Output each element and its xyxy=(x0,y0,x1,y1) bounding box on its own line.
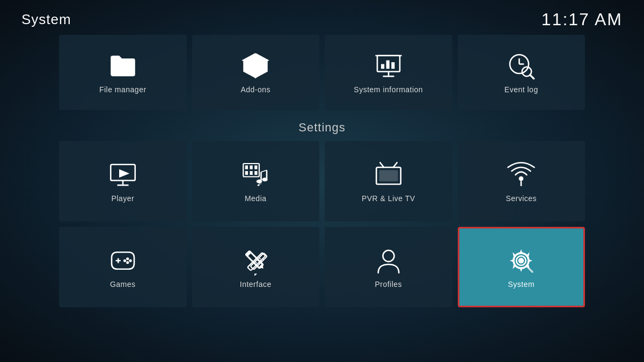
settings-grid: Player ♪ xyxy=(59,141,585,307)
box-icon xyxy=(240,51,270,81)
tile-games-label: Games xyxy=(110,280,136,289)
tile-event-log[interactable]: Event log xyxy=(458,35,586,110)
svg-point-30 xyxy=(262,178,268,181)
svg-rect-22 xyxy=(255,166,258,169)
svg-rect-8 xyxy=(391,62,394,69)
clock: 11:17 AM xyxy=(541,10,623,29)
svg-rect-21 xyxy=(250,166,253,169)
settings-section: Settings Player xyxy=(59,121,585,307)
svg-rect-24 xyxy=(250,171,253,175)
media-icon: ♪ xyxy=(240,160,270,190)
tile-event-log-label: Event log xyxy=(504,85,538,94)
svg-line-31 xyxy=(261,170,267,172)
clock-search-icon xyxy=(506,51,536,81)
svg-point-59 xyxy=(383,250,394,262)
svg-rect-23 xyxy=(245,171,248,175)
svg-rect-20 xyxy=(245,166,248,169)
tile-file-manager-label: File manager xyxy=(99,85,147,94)
tile-media-label: Media xyxy=(245,194,267,203)
svg-rect-6 xyxy=(381,64,384,69)
tile-system-label: System xyxy=(508,280,535,289)
tv-icon xyxy=(374,160,404,190)
gamepad-icon xyxy=(108,246,138,276)
tile-services[interactable]: Services xyxy=(458,141,586,221)
chart-icon xyxy=(374,51,404,81)
svg-point-41 xyxy=(129,259,131,262)
svg-point-62 xyxy=(518,258,524,264)
gear-wrench-icon xyxy=(506,246,536,276)
tile-system-information[interactable]: System information xyxy=(325,35,452,110)
tile-system-information-label: System information xyxy=(354,85,423,94)
tile-pvr-live-tv[interactable]: PVR & Live TV xyxy=(325,141,452,221)
tile-profiles[interactable]: Profiles xyxy=(325,227,452,307)
svg-line-55 xyxy=(262,258,264,260)
tile-player-label: Player xyxy=(111,194,134,203)
svg-rect-7 xyxy=(386,61,389,69)
svg-point-28 xyxy=(257,180,262,183)
svg-marker-16 xyxy=(119,169,129,178)
play-screen-icon xyxy=(108,160,138,190)
svg-line-14 xyxy=(530,75,534,79)
tile-profiles-label: Profiles xyxy=(375,280,402,289)
tile-interface[interactable]: Interface xyxy=(192,227,320,307)
tile-file-manager[interactable]: File manager xyxy=(59,35,187,110)
tile-system[interactable]: System xyxy=(458,227,586,307)
svg-line-56 xyxy=(261,260,262,261)
tile-services-label: Services xyxy=(506,194,537,203)
top-tiles-row: File manager Add-ons xyxy=(59,35,585,110)
main-content: File manager Add-ons xyxy=(0,35,644,307)
top-bar: System 11:17 AM xyxy=(0,0,644,35)
folder-icon xyxy=(108,51,138,81)
svg-point-36 xyxy=(519,176,524,181)
tools-icon-v2 xyxy=(240,246,270,276)
tile-pvr-live-tv-label: PVR & Live TV xyxy=(362,194,415,203)
svg-line-57 xyxy=(259,262,260,263)
tile-add-ons[interactable]: Add-ons xyxy=(192,35,320,110)
tile-interface-label: Interface xyxy=(240,280,272,289)
svg-point-43 xyxy=(123,259,126,262)
svg-marker-52 xyxy=(259,264,265,270)
podcast-icon xyxy=(506,160,536,190)
svg-point-42 xyxy=(126,261,129,264)
svg-rect-33 xyxy=(379,170,398,181)
tile-player[interactable]: Player xyxy=(59,141,187,221)
svg-point-40 xyxy=(126,257,129,260)
settings-header: Settings xyxy=(59,121,585,135)
tile-add-ons-label: Add-ons xyxy=(240,85,270,94)
app-title: System xyxy=(21,11,71,28)
tile-games[interactable]: Games xyxy=(59,227,187,307)
svg-rect-25 xyxy=(255,171,258,175)
tile-media[interactable]: ♪ Media xyxy=(192,141,320,221)
svg-line-63 xyxy=(527,267,533,272)
profile-icon xyxy=(374,246,404,276)
